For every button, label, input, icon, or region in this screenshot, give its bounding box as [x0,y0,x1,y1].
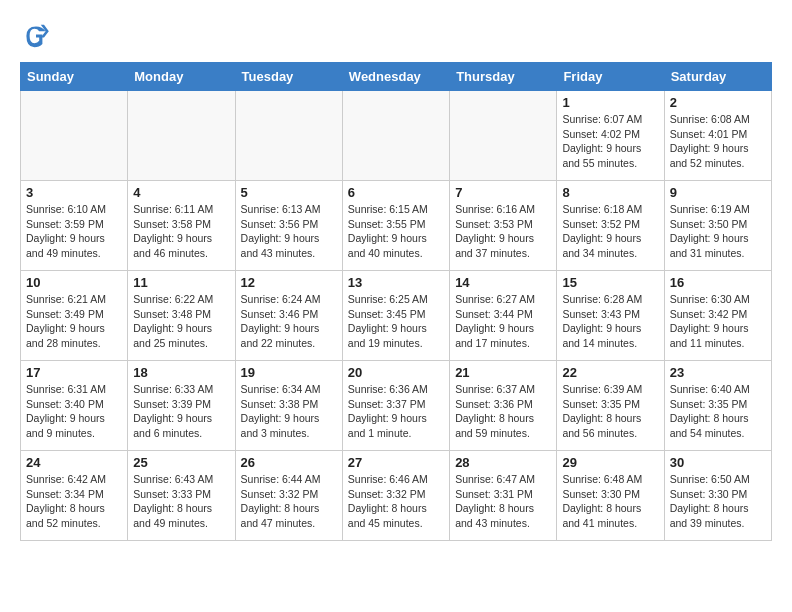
weekday-header: Tuesday [235,63,342,91]
calendar-week-row: 24Sunrise: 6:42 AM Sunset: 3:34 PM Dayli… [21,451,772,541]
calendar-cell: 12Sunrise: 6:24 AM Sunset: 3:46 PM Dayli… [235,271,342,361]
day-info: Sunrise: 6:10 AM Sunset: 3:59 PM Dayligh… [26,202,122,261]
day-number: 11 [133,275,229,290]
calendar-cell: 22Sunrise: 6:39 AM Sunset: 3:35 PM Dayli… [557,361,664,451]
day-number: 7 [455,185,551,200]
calendar-cell: 25Sunrise: 6:43 AM Sunset: 3:33 PM Dayli… [128,451,235,541]
calendar-cell: 10Sunrise: 6:21 AM Sunset: 3:49 PM Dayli… [21,271,128,361]
day-number: 10 [26,275,122,290]
day-number: 2 [670,95,766,110]
calendar-week-row: 10Sunrise: 6:21 AM Sunset: 3:49 PM Dayli… [21,271,772,361]
day-info: Sunrise: 6:34 AM Sunset: 3:38 PM Dayligh… [241,382,337,441]
calendar-cell: 21Sunrise: 6:37 AM Sunset: 3:36 PM Dayli… [450,361,557,451]
day-info: Sunrise: 6:11 AM Sunset: 3:58 PM Dayligh… [133,202,229,261]
day-info: Sunrise: 6:08 AM Sunset: 4:01 PM Dayligh… [670,112,766,171]
calendar-cell: 18Sunrise: 6:33 AM Sunset: 3:39 PM Dayli… [128,361,235,451]
day-info: Sunrise: 6:07 AM Sunset: 4:02 PM Dayligh… [562,112,658,171]
calendar-week-row: 1Sunrise: 6:07 AM Sunset: 4:02 PM Daylig… [21,91,772,181]
calendar-cell: 27Sunrise: 6:46 AM Sunset: 3:32 PM Dayli… [342,451,449,541]
day-info: Sunrise: 6:31 AM Sunset: 3:40 PM Dayligh… [26,382,122,441]
day-number: 8 [562,185,658,200]
day-info: Sunrise: 6:42 AM Sunset: 3:34 PM Dayligh… [26,472,122,531]
calendar-cell: 13Sunrise: 6:25 AM Sunset: 3:45 PM Dayli… [342,271,449,361]
day-number: 22 [562,365,658,380]
day-info: Sunrise: 6:27 AM Sunset: 3:44 PM Dayligh… [455,292,551,351]
day-number: 3 [26,185,122,200]
page-header [20,20,772,52]
day-info: Sunrise: 6:39 AM Sunset: 3:35 PM Dayligh… [562,382,658,441]
weekday-header: Sunday [21,63,128,91]
weekday-header: Wednesday [342,63,449,91]
calendar-cell: 3Sunrise: 6:10 AM Sunset: 3:59 PM Daylig… [21,181,128,271]
day-info: Sunrise: 6:48 AM Sunset: 3:30 PM Dayligh… [562,472,658,531]
weekday-header: Thursday [450,63,557,91]
calendar-cell: 20Sunrise: 6:36 AM Sunset: 3:37 PM Dayli… [342,361,449,451]
calendar-cell [235,91,342,181]
day-info: Sunrise: 6:46 AM Sunset: 3:32 PM Dayligh… [348,472,444,531]
day-number: 21 [455,365,551,380]
calendar-cell: 16Sunrise: 6:30 AM Sunset: 3:42 PM Dayli… [664,271,771,361]
day-number: 13 [348,275,444,290]
calendar-cell: 17Sunrise: 6:31 AM Sunset: 3:40 PM Dayli… [21,361,128,451]
day-info: Sunrise: 6:25 AM Sunset: 3:45 PM Dayligh… [348,292,444,351]
day-number: 27 [348,455,444,470]
calendar-cell: 14Sunrise: 6:27 AM Sunset: 3:44 PM Dayli… [450,271,557,361]
calendar-cell: 19Sunrise: 6:34 AM Sunset: 3:38 PM Dayli… [235,361,342,451]
day-number: 18 [133,365,229,380]
calendar-cell [342,91,449,181]
day-info: Sunrise: 6:15 AM Sunset: 3:55 PM Dayligh… [348,202,444,261]
calendar-cell: 28Sunrise: 6:47 AM Sunset: 3:31 PM Dayli… [450,451,557,541]
day-info: Sunrise: 6:18 AM Sunset: 3:52 PM Dayligh… [562,202,658,261]
calendar-cell: 5Sunrise: 6:13 AM Sunset: 3:56 PM Daylig… [235,181,342,271]
day-info: Sunrise: 6:44 AM Sunset: 3:32 PM Dayligh… [241,472,337,531]
weekday-header: Saturday [664,63,771,91]
day-number: 23 [670,365,766,380]
calendar-table: SundayMondayTuesdayWednesdayThursdayFrid… [20,62,772,541]
calendar-cell: 30Sunrise: 6:50 AM Sunset: 3:30 PM Dayli… [664,451,771,541]
calendar-cell: 8Sunrise: 6:18 AM Sunset: 3:52 PM Daylig… [557,181,664,271]
day-info: Sunrise: 6:19 AM Sunset: 3:50 PM Dayligh… [670,202,766,261]
weekday-row: SundayMondayTuesdayWednesdayThursdayFrid… [21,63,772,91]
calendar-cell: 9Sunrise: 6:19 AM Sunset: 3:50 PM Daylig… [664,181,771,271]
calendar-cell: 11Sunrise: 6:22 AM Sunset: 3:48 PM Dayli… [128,271,235,361]
day-number: 19 [241,365,337,380]
calendar-cell: 7Sunrise: 6:16 AM Sunset: 3:53 PM Daylig… [450,181,557,271]
day-info: Sunrise: 6:47 AM Sunset: 3:31 PM Dayligh… [455,472,551,531]
day-number: 6 [348,185,444,200]
calendar-cell: 1Sunrise: 6:07 AM Sunset: 4:02 PM Daylig… [557,91,664,181]
day-info: Sunrise: 6:40 AM Sunset: 3:35 PM Dayligh… [670,382,766,441]
calendar-body: 1Sunrise: 6:07 AM Sunset: 4:02 PM Daylig… [21,91,772,541]
day-number: 12 [241,275,337,290]
day-number: 5 [241,185,337,200]
day-number: 9 [670,185,766,200]
day-number: 4 [133,185,229,200]
day-number: 15 [562,275,658,290]
day-info: Sunrise: 6:16 AM Sunset: 3:53 PM Dayligh… [455,202,551,261]
weekday-header: Friday [557,63,664,91]
calendar-cell [128,91,235,181]
calendar-cell: 15Sunrise: 6:28 AM Sunset: 3:43 PM Dayli… [557,271,664,361]
calendar-cell: 24Sunrise: 6:42 AM Sunset: 3:34 PM Dayli… [21,451,128,541]
day-number: 28 [455,455,551,470]
day-info: Sunrise: 6:13 AM Sunset: 3:56 PM Dayligh… [241,202,337,261]
day-info: Sunrise: 6:36 AM Sunset: 3:37 PM Dayligh… [348,382,444,441]
calendar-cell: 6Sunrise: 6:15 AM Sunset: 3:55 PM Daylig… [342,181,449,271]
day-number: 26 [241,455,337,470]
day-number: 30 [670,455,766,470]
day-number: 14 [455,275,551,290]
day-info: Sunrise: 6:21 AM Sunset: 3:49 PM Dayligh… [26,292,122,351]
day-info: Sunrise: 6:30 AM Sunset: 3:42 PM Dayligh… [670,292,766,351]
calendar-week-row: 3Sunrise: 6:10 AM Sunset: 3:59 PM Daylig… [21,181,772,271]
day-number: 1 [562,95,658,110]
calendar-cell [450,91,557,181]
logo [20,20,56,52]
calendar-cell: 2Sunrise: 6:08 AM Sunset: 4:01 PM Daylig… [664,91,771,181]
weekday-header: Monday [128,63,235,91]
day-number: 17 [26,365,122,380]
calendar-cell: 4Sunrise: 6:11 AM Sunset: 3:58 PM Daylig… [128,181,235,271]
day-number: 24 [26,455,122,470]
calendar-cell: 26Sunrise: 6:44 AM Sunset: 3:32 PM Dayli… [235,451,342,541]
day-info: Sunrise: 6:24 AM Sunset: 3:46 PM Dayligh… [241,292,337,351]
day-number: 25 [133,455,229,470]
day-info: Sunrise: 6:37 AM Sunset: 3:36 PM Dayligh… [455,382,551,441]
